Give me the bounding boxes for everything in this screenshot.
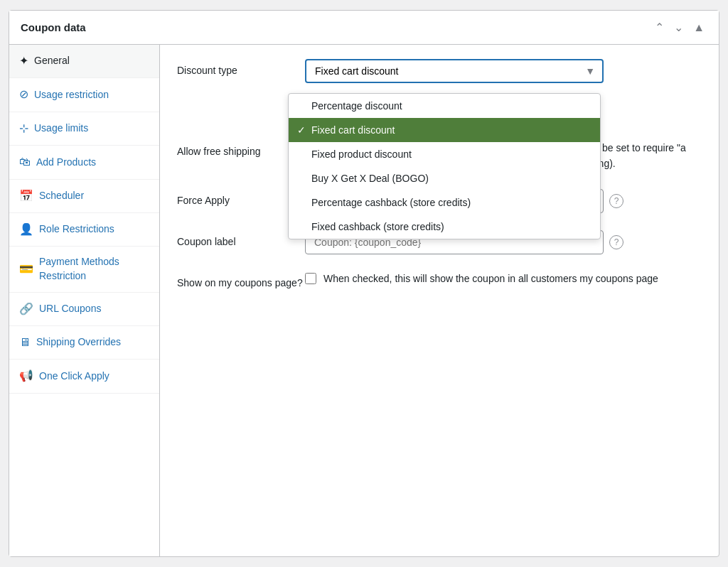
sidebar-item-add-products[interactable]: 🛍 Add Products bbox=[9, 146, 159, 179]
discount-type-control: Fixed cart discount ▼ bbox=[305, 59, 702, 83]
general-icon: ✦ bbox=[19, 53, 28, 69]
sidebar-label-payment-methods: Payment Methods Restriction bbox=[39, 255, 149, 283]
sidebar-label-add-products: Add Products bbox=[36, 156, 96, 170]
panel-body: ✦ General ⊘ Usage restriction ⊹ Usage li… bbox=[9, 45, 719, 556]
sidebar-item-general[interactable]: ✦ General bbox=[9, 45, 159, 78]
sidebar-label-usage-restriction: Usage restriction bbox=[34, 88, 109, 102]
discount-type-chevron-icon: ▼ bbox=[585, 65, 595, 77]
sidebar-item-one-click-apply[interactable]: 📢 One Click Apply bbox=[9, 360, 159, 393]
one-click-apply-icon: 📢 bbox=[19, 368, 33, 384]
sidebar-item-usage-restriction[interactable]: ⊘ Usage restriction bbox=[9, 78, 159, 112]
collapse-up-button[interactable]: ⌃ bbox=[652, 19, 667, 36]
free-shipping-label: Allow free shipping bbox=[177, 140, 305, 157]
panel-header-controls: ⌃ ⌄ ▲ bbox=[652, 19, 707, 36]
dropdown-option-bogo[interactable]: Buy X Get X Deal (BOGO) bbox=[289, 166, 600, 190]
sidebar-item-role-restrictions[interactable]: 👤 Role Restrictions bbox=[9, 213, 159, 247]
add-products-icon: 🛍 bbox=[19, 154, 31, 170]
panel-header: Coupon data ⌃ ⌄ ▲ bbox=[9, 11, 719, 45]
discount-type-row: Discount type Fixed cart discount ▼ bbox=[177, 59, 702, 83]
sidebar-item-shipping-overrides[interactable]: 🖥 Shipping Overrides bbox=[9, 326, 159, 360]
show-on-coupons-row: Show on my coupons page? When checked, t… bbox=[177, 271, 702, 288]
sidebar-label-role-restrictions: Role Restrictions bbox=[39, 222, 114, 237]
main-content: Discount type Fixed cart discount ▼ Perc… bbox=[160, 45, 719, 556]
coupon-label-label: Coupon label bbox=[177, 230, 305, 247]
sidebar-label-usage-limits: Usage limits bbox=[34, 122, 88, 136]
sidebar-label-url-coupons: URL Coupons bbox=[39, 302, 101, 316]
sidebar-label-scheduler: Scheduler bbox=[39, 189, 84, 203]
dropdown-option-fixed-cart[interactable]: Fixed cart discount bbox=[289, 118, 600, 142]
dropdown-option-pct-cashback[interactable]: Percentage cashback (store credits) bbox=[289, 190, 600, 215]
sidebar: ✦ General ⊘ Usage restriction ⊹ Usage li… bbox=[9, 45, 160, 556]
discount-type-dropdown: Percentage discount Fixed cart discount … bbox=[288, 93, 601, 239]
sidebar-label-one-click-apply: One Click Apply bbox=[39, 369, 109, 384]
usage-limits-icon: ⊹ bbox=[19, 121, 28, 136]
coupon-panel: Coupon data ⌃ ⌄ ▲ ✦ General ⊘ Usage rest… bbox=[9, 10, 719, 557]
payment-methods-icon: 💳 bbox=[19, 261, 33, 277]
usage-restriction-icon: ⊘ bbox=[19, 87, 28, 102]
url-coupons-icon: 🔗 bbox=[19, 301, 33, 317]
discount-type-label: Discount type bbox=[177, 59, 305, 76]
role-restrictions-icon: 👤 bbox=[19, 222, 33, 237]
discount-type-selected-value: Fixed cart discount bbox=[315, 65, 399, 77]
show-on-coupons-label: Show on my coupons page? bbox=[177, 271, 305, 288]
sidebar-item-url-coupons[interactable]: 🔗 URL Coupons bbox=[9, 293, 159, 326]
force-apply-label: Force Apply bbox=[177, 189, 305, 206]
sidebar-item-usage-limits[interactable]: ⊹ Usage limits bbox=[9, 112, 159, 146]
show-on-coupons-control: When checked, this will show the coupon … bbox=[305, 271, 702, 286]
sidebar-label-shipping-overrides: Shipping Overrides bbox=[36, 335, 121, 350]
shipping-overrides-icon: 🖥 bbox=[19, 335, 31, 350]
force-apply-help-icon[interactable]: ? bbox=[609, 194, 623, 208]
sidebar-label-general: General bbox=[34, 54, 70, 68]
coupon-label-help-icon[interactable]: ? bbox=[609, 235, 623, 249]
collapse-down-button[interactable]: ⌄ bbox=[671, 19, 686, 36]
show-on-coupons-checkbox-row: When checked, this will show the coupon … bbox=[305, 271, 702, 286]
dropdown-option-percentage[interactable]: Percentage discount bbox=[289, 94, 600, 118]
scheduler-icon: 📅 bbox=[19, 188, 33, 204]
toggle-button[interactable]: ▲ bbox=[690, 19, 707, 36]
panel-title: Coupon data bbox=[21, 21, 86, 33]
dropdown-option-fixed-product[interactable]: Fixed product discount bbox=[289, 142, 600, 166]
show-on-coupons-checkbox[interactable] bbox=[305, 273, 316, 284]
sidebar-item-payment-methods[interactable]: 💳 Payment Methods Restriction bbox=[9, 247, 159, 292]
show-on-coupons-description: When checked, this will show the coupon … bbox=[323, 271, 658, 286]
sidebar-item-scheduler[interactable]: 📅 Scheduler bbox=[9, 180, 159, 213]
discount-type-select-trigger[interactable]: Fixed cart discount ▼ bbox=[305, 59, 604, 83]
dropdown-option-fixed-cashback[interactable]: Fixed cashback (store credits) bbox=[289, 215, 600, 239]
